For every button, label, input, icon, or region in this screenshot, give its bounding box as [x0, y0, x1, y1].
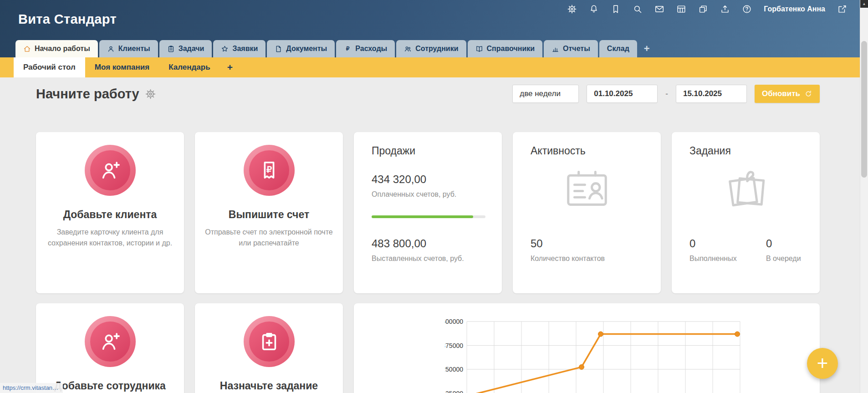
calendar-icon[interactable]	[676, 4, 686, 14]
main-tabs: Начало работы Клиенты Задачи Заявки Доку…	[15, 40, 655, 57]
period-select[interactable]: две недели	[512, 85, 579, 103]
period-controls: две недели 01.10.2025 - 15.10.2025 Обнов…	[512, 85, 820, 103]
notifications-icon[interactable]	[589, 4, 599, 14]
create-invoice-card[interactable]: ₽ Выпишите счет Отправьте счет по электр…	[195, 132, 343, 293]
add-tab-button[interactable]: +	[638, 40, 655, 57]
person-plus-icon	[90, 322, 130, 362]
tab-otchety[interactable]: Отчеты	[544, 40, 598, 57]
people-icon	[404, 45, 412, 53]
help-icon[interactable]	[742, 4, 752, 14]
document-icon	[275, 45, 282, 53]
tab-label: Склад	[607, 45, 629, 53]
mail-icon[interactable]	[654, 4, 664, 14]
ruble-icon: ₽	[344, 45, 352, 53]
scrollbar-thumb[interactable]	[861, 41, 867, 178]
person-plus-icon	[90, 150, 130, 190]
tab-label: Справочники	[487, 45, 535, 53]
tab-sotrudniki[interactable]: Сотрудники	[396, 40, 466, 57]
refresh-button[interactable]: Обновить	[755, 85, 820, 103]
tab-label: Отчеты	[563, 45, 590, 53]
tasks-card: Задания 0 Выполненных 0 В очереди	[672, 132, 820, 293]
user-name[interactable]: Горбатенко Анна	[764, 5, 825, 13]
subtab-rabochiy-stol[interactable]: Рабочий стол	[14, 57, 85, 77]
topbar: Вита Стандарт	[0, 0, 868, 40]
tab-label: Документы	[286, 45, 327, 53]
tab-spravochniki[interactable]: Справочники	[468, 40, 543, 57]
content: Начните работу две недели 01.10.2025 - 1…	[0, 77, 860, 393]
search-icon[interactable]	[633, 4, 643, 14]
svg-text:₽: ₽	[346, 46, 350, 52]
person-icon	[107, 45, 115, 53]
external-link-icon[interactable]	[837, 4, 847, 14]
upload-icon[interactable]	[720, 4, 730, 14]
cards-row-2: Добавьте сотрудника Назначьте задание 50…	[36, 303, 820, 393]
tab-label: Задачи	[179, 45, 204, 53]
bookmark-icon[interactable]	[611, 4, 621, 14]
card-title: Задания	[689, 145, 731, 157]
app-title: Вита Стандарт	[18, 12, 117, 27]
refresh-icon	[804, 90, 812, 98]
card-title: Назначьте задание	[195, 380, 343, 392]
activity-card: Активность 50 Количество контактов	[513, 132, 661, 293]
sales-card: Продажи 434 320,00 Оплаченных счетов, ру…	[354, 132, 502, 293]
card-title: Продажи	[372, 145, 415, 157]
settings-icon[interactable]	[567, 4, 577, 14]
add-employee-card[interactable]: Добавьте сотрудника	[36, 303, 184, 393]
chart-icon	[551, 45, 559, 53]
tab-zadachi[interactable]: Задачи	[159, 40, 212, 57]
tab-klienty[interactable]: Клиенты	[99, 40, 158, 57]
create-invoice-icon-ring: ₽	[244, 145, 295, 196]
scrollbar[interactable]: ▲	[860, 0, 868, 393]
card-description: Заведите карточку клиента для сохранения…	[44, 227, 177, 249]
svg-text:375000: 375000	[445, 342, 463, 349]
windows-icon[interactable]	[698, 4, 708, 14]
tasks-done-label: Выполненных	[689, 255, 737, 263]
tab-raskhody[interactable]: ₽ Расходы	[336, 40, 395, 57]
scroll-up-arrow-icon[interactable]: ▲	[860, 0, 868, 8]
topbar-icons: Горбатенко Анна	[567, 4, 847, 14]
line-chart: 500000375000250000125000	[445, 315, 745, 393]
home-icon	[23, 45, 31, 53]
period-select-value: две недели	[520, 89, 561, 98]
refresh-button-label: Обновить	[762, 89, 800, 98]
clipboard-icon	[167, 45, 175, 53]
tab-nachalo-raboty[interactable]: Начало работы	[15, 40, 98, 57]
svg-text:₽: ₽	[266, 165, 271, 174]
add-client-icon-ring	[85, 145, 136, 196]
star-icon	[221, 45, 229, 53]
svg-text:250000: 250000	[445, 366, 463, 373]
tab-label: Расходы	[355, 45, 387, 53]
card-title: Активность	[531, 145, 586, 157]
sales-issued-label: Выставленных счетов, руб.	[372, 255, 464, 263]
tab-zayavki[interactable]: Заявки	[213, 40, 266, 57]
add-subtab-button[interactable]: +	[220, 57, 240, 77]
sales-chart: 500000375000250000125000	[445, 315, 745, 393]
receipt-ruble-icon: ₽	[249, 150, 289, 190]
page-title: Начните работу	[36, 87, 139, 102]
tab-label: Сотрудники	[415, 45, 458, 53]
date-from-input[interactable]: 01.10.2025	[587, 85, 658, 103]
cards-row-1: Добавьте клиента Заведите карточку клиен…	[36, 132, 820, 293]
tab-sklad[interactable]: Склад	[599, 40, 637, 57]
tasks-queue-value: 0	[766, 237, 772, 250]
tab-dokumenty[interactable]: Документы	[267, 40, 335, 57]
fab-add-button[interactable]: +	[807, 348, 838, 379]
sales-chart-card: 500000375000250000125000	[354, 303, 820, 393]
tab-label: Начало работы	[35, 45, 90, 53]
contact-card-icon	[562, 164, 612, 214]
tasks-queue-label: В очереди	[766, 255, 801, 263]
tab-label: Заявки	[232, 45, 258, 53]
date-to-input[interactable]: 15.10.2025	[676, 85, 747, 103]
clipboard-plus-icon	[249, 322, 289, 362]
activity-contacts-label: Количество контактов	[531, 255, 605, 263]
page-settings-gear-icon[interactable]	[145, 88, 156, 100]
tasks-done-value: 0	[689, 237, 695, 250]
subtab-moya-kompaniya[interactable]: Моя компания	[85, 57, 159, 77]
assign-task-card[interactable]: Назначьте задание	[195, 303, 343, 393]
card-description: Отправьте счет по электронной почте или …	[203, 227, 336, 249]
subtab-kalendar[interactable]: Календарь	[159, 57, 220, 77]
sales-paid-label: Оплаченных счетов, руб.	[372, 190, 456, 199]
book-icon	[475, 45, 483, 53]
add-client-card[interactable]: Добавьте клиента Заведите карточку клиен…	[36, 132, 184, 293]
assign-task-icon-ring	[244, 316, 295, 367]
